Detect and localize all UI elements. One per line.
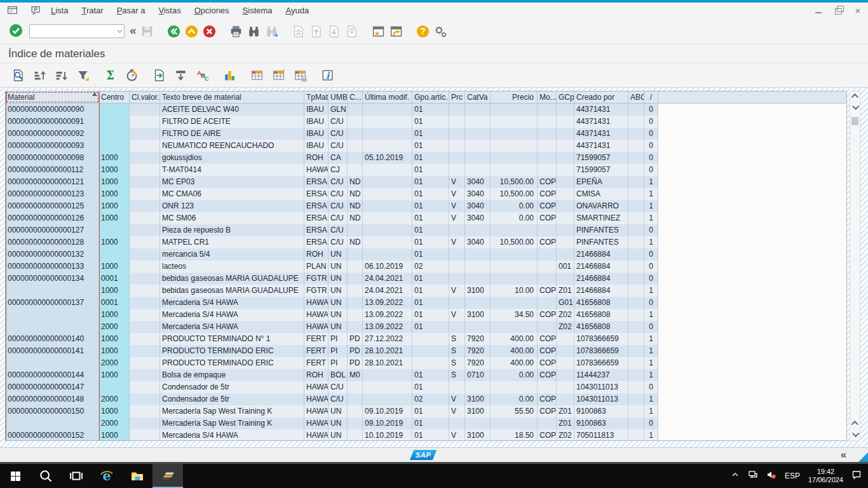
cell-centro[interactable]: 1000 [99,405,130,417]
cell-clvalor[interactable] [130,417,160,430]
cell-catva[interactable]: 3100 [465,393,491,405]
cell-gcp[interactable] [557,188,574,200]
cell-abc[interactable] [628,224,644,236]
cell-texto[interactable]: MC SM06 [160,212,304,224]
cell-catva[interactable] [465,164,491,176]
cell-prc[interactable]: S [449,369,465,381]
cell-ultima[interactable] [363,164,412,176]
cell-umb[interactable]: PI [329,333,348,345]
cell-clvalor[interactable] [130,116,160,128]
cell-precio[interactable]: 10,500.00 [491,236,538,248]
cell-clvalor[interactable] [130,369,160,381]
cell-ultima[interactable]: 09.10.2019 [363,405,412,417]
table-row[interactable]: 0000000000000001121000T-MAT0414HAWACJ017… [6,164,846,176]
cell-clvalor[interactable] [130,188,160,200]
cell-centro[interactable] [99,104,130,116]
cell-ultima[interactable] [363,381,412,393]
cell-creado[interactable]: 9100863 [574,405,628,417]
minimize-icon[interactable] [813,6,824,16]
cell-gcp[interactable] [557,104,574,116]
cell-abc[interactable] [628,212,644,224]
cell-mo[interactable] [538,297,557,309]
restore-icon[interactable] [833,6,843,16]
cell-tpmat[interactable]: IBAU [304,128,329,140]
cell-gcp[interactable] [557,369,574,381]
taskbar-task-view-button[interactable] [61,464,92,488]
cell-mo[interactable]: COP [538,188,557,200]
cell-tpmat[interactable]: HAWA [304,321,329,333]
cell-abc[interactable] [628,273,644,285]
cell-umb[interactable]: UN [329,417,348,430]
cell-material[interactable]: 000000000000000141 [6,345,99,357]
column-header-material[interactable]: Material [6,92,99,103]
cell-ultima[interactable] [363,236,412,248]
cell-ultima[interactable]: 28.10.2021 [363,345,412,357]
table-row[interactable]: 1000Mercaderia S/4 HAWAHAWAUN13.09.20220… [6,309,846,321]
cell-slash[interactable]: 0 [644,248,658,261]
cell-precio[interactable] [491,261,538,273]
cell-texto[interactable]: ONR 123 [160,200,304,212]
cell-slash[interactable]: 1 [644,430,658,441]
cell-abc[interactable] [628,261,644,273]
cell-umb[interactable]: C/U [329,224,348,236]
cell-c[interactable]: PD [348,345,363,357]
cell-abc[interactable] [628,236,644,248]
cell-texto[interactable]: FILTRO DE AIRE [160,128,304,140]
cell-mo[interactable]: COP [538,333,557,345]
cell-umb[interactable]: C/U [329,212,348,224]
table-row[interactable]: 0000000000000000981000gokussjdiosROHCA05… [6,152,846,164]
cell-ultima[interactable] [363,224,412,236]
cell-tpmat[interactable]: HAWA [304,393,329,405]
cell-c[interactable]: PD [348,357,363,369]
cell-ultima[interactable] [363,248,412,261]
cell-abc[interactable] [628,417,644,430]
column-header-precio[interactable]: Precio [491,92,538,103]
cell-tpmat[interactable]: FERT [304,345,329,357]
table-row[interactable]: 0000000000000001370001Mercaderia S/4 HAW… [6,297,846,309]
cell-c[interactable] [348,297,363,309]
cell-tpmat[interactable]: HAWA [304,405,329,417]
cell-catva[interactable] [465,224,491,236]
cell-gcp[interactable] [557,224,574,236]
taskbar-taskbar-search-button[interactable] [31,464,61,488]
cell-slash[interactable]: 0 [644,116,658,128]
local-file-icon[interactable] [173,68,188,83]
cell-c[interactable] [348,430,363,441]
cell-centro[interactable]: 1000 [99,285,130,297]
cell-slash[interactable]: 1 [644,212,658,224]
cell-texto[interactable]: bebidas gaseosas MARIA GUADALUPE [160,273,304,285]
cell-catva[interactable] [465,273,491,285]
page-down-icon[interactable] [326,23,342,39]
cell-clvalor[interactable] [130,273,160,285]
cell-umb[interactable]: UN [329,430,348,441]
cell-prc[interactable]: V [449,285,465,297]
clock[interactable]: 19:42 17/06/2024 [808,468,843,484]
cell-umb[interactable]: PI [329,357,348,369]
cell-mo[interactable] [538,321,557,333]
column-header-c[interactable]: C... [348,92,363,103]
cell-precio[interactable]: 0.00 [491,369,538,381]
cell-ultima[interactable]: 13.09.2022 [363,297,412,309]
cell-c[interactable]: ND [348,176,363,188]
cell-material[interactable]: 000000000000000128 [6,236,99,248]
cell-slash[interactable]: 1 [644,333,658,345]
table-row[interactable]: 000000000000000132mercancia 5/4ROHUN0121… [6,248,846,261]
cell-catva[interactable] [465,116,491,128]
cell-mo[interactable]: COP [538,309,557,321]
column-header-centro[interactable]: Centro [99,92,130,103]
cell-tpmat[interactable]: HAWA [304,164,329,176]
cell-creado[interactable]: 44371431 [574,140,628,152]
cell-material[interactable]: 000000000000000147 [6,381,99,393]
column-header-gpo[interactable]: Gpo.artíc. [412,92,449,103]
cell-gcp[interactable]: Z01 [557,417,574,430]
cell-prc[interactable] [449,248,465,261]
menu-lista[interactable]: Lista [51,6,68,15]
cell-umb[interactable]: UN [329,285,348,297]
cell-precio[interactable]: 0.00 [491,200,538,212]
cell-prc[interactable]: V [449,405,465,417]
cell-tpmat[interactable]: ROH [304,152,329,164]
cell-material[interactable]: 000000000000000098 [6,152,99,164]
cell-mo[interactable] [538,128,557,140]
cell-catva[interactable]: 7920 [465,333,491,345]
cell-gcp[interactable] [557,345,574,357]
